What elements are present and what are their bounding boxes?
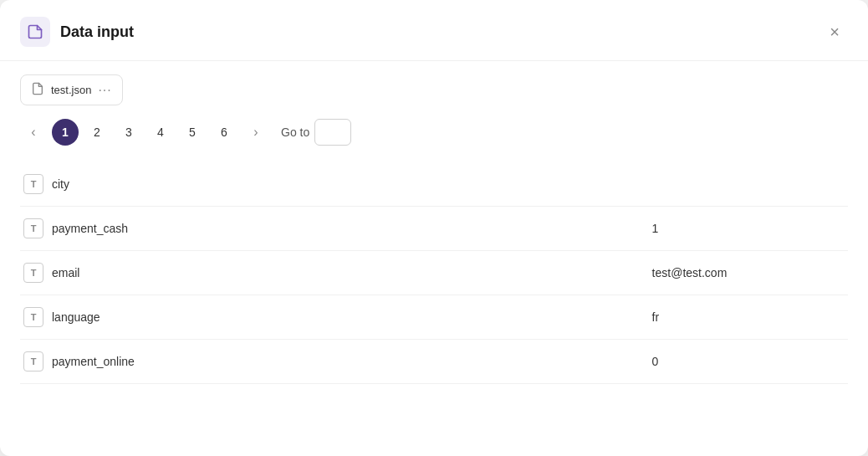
field-name: email xyxy=(52,266,79,279)
close-button[interactable]: × xyxy=(821,18,848,45)
field-cell: T payment_cash xyxy=(23,218,274,238)
field-cell: T city xyxy=(23,174,274,194)
page-4-button[interactable]: 4 xyxy=(147,119,174,146)
page-2-button[interactable]: 2 xyxy=(84,119,110,146)
type-icon: T xyxy=(23,218,43,238)
table-row: T language fr xyxy=(20,295,848,340)
type-icon: T xyxy=(23,174,43,194)
field-value: 0 xyxy=(649,340,848,384)
field-cell: T payment_online xyxy=(23,351,274,371)
page-5-button[interactable]: 5 xyxy=(179,119,206,146)
type-icon: T xyxy=(23,307,43,327)
page-1-button[interactable]: 1 xyxy=(52,119,79,146)
modal-header: Data input × xyxy=(0,0,868,61)
prev-page-button[interactable]: ‹ xyxy=(20,119,47,146)
table-row: T email test@test.com xyxy=(20,251,848,295)
field-value: test@test.com xyxy=(649,251,848,295)
table-row: T city xyxy=(20,162,848,207)
type-icon: T xyxy=(23,351,43,371)
field-value: fr xyxy=(649,295,848,340)
go-to-input[interactable] xyxy=(314,119,351,146)
field-name: language xyxy=(52,310,100,324)
next-page-button[interactable]: › xyxy=(243,119,269,146)
data-input-icon xyxy=(20,17,50,47)
field-name: city xyxy=(52,177,69,191)
table-row: T payment_cash 1 xyxy=(20,207,848,251)
pagination: ‹ 1 2 3 4 5 6 › Go to xyxy=(20,119,848,146)
go-to-label: Go to xyxy=(281,126,309,139)
field-value xyxy=(649,162,848,207)
modal-body: test.json ··· ‹ 1 2 3 4 5 6 › Go to T ci… xyxy=(0,61,868,397)
field-name: payment_online xyxy=(52,355,135,368)
field-cell: T language xyxy=(23,307,274,327)
table-row: T payment_online 0 xyxy=(20,340,848,384)
header-left: Data input xyxy=(20,17,134,47)
file-icon xyxy=(31,82,44,98)
field-cell: T email xyxy=(23,263,274,283)
data-table: T city T payment_cash 1 T email test@tes… xyxy=(20,162,848,384)
field-value: 1 xyxy=(649,207,848,251)
page-6-button[interactable]: 6 xyxy=(211,119,237,146)
type-icon: T xyxy=(23,263,43,283)
file-tab-name: test.json xyxy=(51,84,91,96)
field-name: payment_cash xyxy=(52,222,128,235)
file-tab[interactable]: test.json ··· xyxy=(20,74,123,105)
file-tab-more-button[interactable]: ··· xyxy=(98,83,111,98)
data-input-modal: Data input × test.json ··· ‹ 1 2 3 4 5 6 xyxy=(0,0,868,456)
modal-title: Data input xyxy=(60,23,134,41)
page-3-button[interactable]: 3 xyxy=(115,119,142,146)
